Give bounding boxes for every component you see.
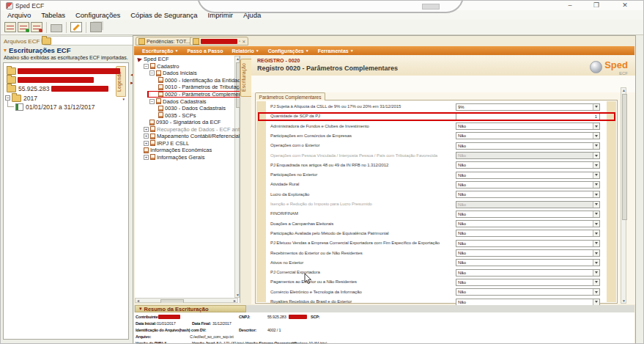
legend-scroll-up-icon[interactable]: ▾ — [122, 97, 125, 101]
registro-tree-item-sped-ecf[interactable]: Sped ECF — [135, 56, 240, 63]
registro-tree-item-0930-signatarios-da-ecf[interactable]: 0930 - Signatários da ECF — [135, 119, 240, 126]
field-value: Não — [456, 251, 593, 255]
field-select[interactable]: Não — [456, 269, 600, 277]
registro-tree-item-0030-dados-cadastrais[interactable]: 0030 - Dados Cadastrais — [135, 105, 240, 112]
registro-tree-item-0035-scps[interactable]: 0035 - SCPs — [135, 111, 240, 119]
chevron-down-icon — [593, 172, 599, 178]
tab-minimize-icon[interactable]: ▫ — [239, 39, 240, 43]
field-select[interactable]: Não — [456, 152, 600, 159]
field-select[interactable]: Não — [456, 288, 600, 296]
field-select[interactable]: Não — [456, 142, 600, 150]
field-select[interactable]: Não — [456, 240, 600, 247]
export-ecf-icon[interactable] — [31, 22, 42, 32]
mdi-tab-redacted[interactable]: ▫✕ — [190, 37, 248, 45]
menu-item-escrituracao[interactable]: Escrituração▼ — [138, 48, 182, 54]
menu-item-ajuda[interactable]: Ajuda — [238, 11, 266, 19]
menu-item-passo-a-passo[interactable]: Passo a Passo — [182, 48, 227, 54]
arquivos-ecf-panel-header[interactable]: Arquivos ECF — [4, 37, 51, 45]
tab-close-icon[interactable]: ✕ — [242, 39, 245, 44]
summary-field-value: Windows 10 (64 bits) — [292, 341, 327, 344]
escrituracoes-section-header[interactable]: ▾ Escriturações ECF — [4, 46, 71, 54]
tree-expander-icon[interactable]: − — [144, 64, 149, 69]
registro-tree-item-cadastro[interactable]: −Cadastro — [135, 63, 240, 70]
tree-expander-icon[interactable]: + — [144, 141, 149, 146]
close-button[interactable]: ✕ — [620, 1, 630, 9]
ecf-file-icon[interactable] — [4, 22, 16, 32]
field-select[interactable]: Não — [456, 220, 600, 227]
menu-item-imprimir[interactable]: Imprimir — [203, 11, 238, 19]
scroll-left-icon[interactable]: ◄ — [136, 299, 140, 303]
record-icon — [150, 63, 155, 69]
field-select[interactable]: Não — [456, 122, 600, 130]
field-select[interactable]: Não — [456, 259, 600, 266]
registro-tree-item-dados-iniciais[interactable]: −Dados Iniciais — [135, 70, 240, 77]
scroll-up-icon[interactable]: ▲ — [622, 88, 626, 92]
field-select[interactable]: Não — [456, 249, 600, 257]
summary-field-label: Versão Sistema Operacional: — [245, 341, 297, 344]
minimize-button[interactable]: – — [565, 1, 575, 9]
menu-item-configuracoes[interactable]: Configurações▼ — [264, 48, 314, 54]
escrituracao-side-tab[interactable]: Escrituração — [240, 59, 252, 97]
record-icon — [158, 84, 163, 90]
chevron-down-icon: ▼ — [174, 48, 178, 53]
tree-expander-icon[interactable]: + — [144, 127, 149, 132]
tab-parametros-complementares[interactable]: Parâmetros Complementares — [255, 92, 325, 100]
summary-field-label: Contribuinte: — [136, 315, 159, 319]
registro-tree-item-dados-cadastrais[interactable]: −Dados Cadastrais — [135, 98, 240, 105]
field-select[interactable]: Não — [456, 191, 600, 198]
record-icon — [149, 120, 155, 125]
field-select[interactable]: Não — [456, 132, 600, 139]
registro-tree-item-irpj-e-csll[interactable]: +IRPJ E CSLL — [135, 140, 240, 147]
tree-item[interactable] — [5, 67, 127, 76]
tree-expander-icon[interactable]: − — [149, 70, 155, 76]
registro-tree-item-recuperacao-de-dados-ecf-anterior-e-ec[interactable]: +Recuperação de Dados - ECF anterior e E… — [135, 126, 240, 133]
field-select[interactable]: Não — [456, 172, 600, 179]
menu-item-configuracoes[interactable]: Configurações — [70, 11, 125, 19]
tree-expander-icon[interactable]: + — [144, 133, 149, 139]
maximize-button[interactable]: ❐ — [591, 1, 602, 9]
menu-item-relatorio[interactable]: Relatório▼ — [227, 48, 263, 54]
record-icon — [150, 126, 155, 132]
menu-item-ferramentas[interactable]: Ferramentas▼ — [314, 48, 358, 54]
tree-item[interactable]: 55.925.283 — [5, 84, 127, 93]
field-select[interactable]: 9% — [456, 103, 600, 111]
tree-item[interactable]: 01/01/2017 a 31/12/2017 — [5, 103, 127, 111]
field-select[interactable]: Não — [456, 230, 600, 237]
field-select[interactable]: Não — [456, 279, 600, 286]
field-select[interactable]: Não — [456, 161, 600, 169]
menu-item-arquivo[interactable]: Arquivo — [2, 11, 36, 19]
menu-item-copias-de-seguranca[interactable]: Cópias de Segurança — [125, 11, 202, 19]
summary-field-label: Data Final: — [192, 321, 211, 326]
registro-tree-item-informacoes-gerais[interactable]: +Informações Gerais — [135, 154, 240, 161]
field-select[interactable]: Não — [456, 211, 600, 218]
tree-expander-icon[interactable]: − — [149, 99, 155, 104]
field-select[interactable]: Não — [456, 201, 600, 208]
scroll-right-icon[interactable]: ► — [233, 299, 237, 303]
tree-expander-icon[interactable]: + — [144, 155, 149, 160]
open-folder-icon[interactable] — [51, 24, 62, 32]
scrollbar-thumb[interactable] — [622, 94, 627, 220]
registro-tree-item-0010-parametros-de-tributacao[interactable]: 0010 - Parâmetros de Tributação — [135, 84, 240, 91]
field-select[interactable]: Não — [456, 181, 600, 189]
field-input[interactable]: 1 — [456, 113, 600, 120]
tree-item[interactable] — [5, 76, 127, 84]
tree-item[interactable]: −2017 — [5, 94, 127, 103]
resumo-header[interactable]: ▾ Resumo da Escrituração — [135, 305, 246, 312]
registro-tree-item-0000-identificacao-da-entidade[interactable]: 0000 - Identificação da Entidade — [135, 77, 240, 84]
menu-item-tabelas[interactable]: Tabelas — [36, 11, 70, 19]
field-label: PJ Sujeita à Alíquota da CSLL de 9% ou 1… — [270, 102, 401, 111]
copy-icon[interactable] — [90, 22, 102, 32]
tree-horizontal-scrollbar[interactable]: ◄ ► — [135, 298, 238, 303]
scrollbar-thumb[interactable] — [160, 299, 184, 304]
tree-item-label: 0000 - Identificação da Entidade — [165, 77, 240, 84]
tree-item-label: 0010 - Parâmetros de Tributação — [165, 84, 240, 90]
registro-tree-item-mapeamento-contabilreferencial[interactable]: +Mapeamento Contábil/Referencial — [135, 133, 240, 140]
form-vertical-scrollbar[interactable]: ▲ ▼ — [621, 87, 626, 304]
scroll-down-icon[interactable]: ▼ — [622, 299, 626, 303]
edit-icon[interactable] — [70, 22, 82, 32]
import-ecf-icon[interactable] — [18, 22, 29, 32]
field-label: PJ Enquadrada nos artigos 48 ou 49 da IN… — [270, 161, 388, 170]
registro-tree-item-0020-parametros-complementares[interactable]: 0020 - Parâmetros Complementares — [135, 91, 240, 98]
registro-tree-item-informacoes-economicas[interactable]: Informações Econômicas — [135, 147, 240, 154]
scroll-down-icon[interactable]: ▼ — [236, 293, 240, 297]
